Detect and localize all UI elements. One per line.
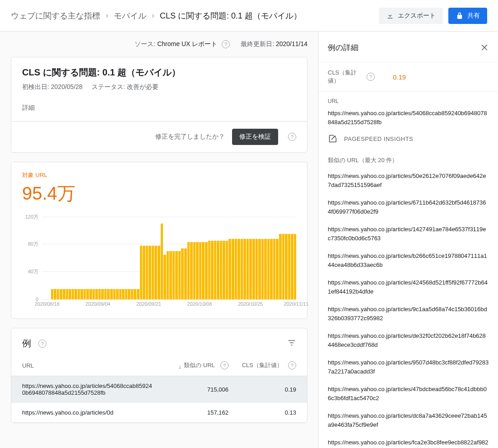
help-icon[interactable]: ? — [222, 40, 230, 48]
chart-bar — [291, 234, 293, 299]
chart-bar — [294, 234, 297, 299]
chart-bar — [247, 239, 249, 299]
similar-url-item[interactable]: https://news.yahoo.co.jp/articles/47bdcb… — [328, 380, 489, 407]
help-icon[interactable]: ? — [288, 361, 296, 369]
chart-bar — [128, 289, 130, 299]
chart-bar — [146, 246, 149, 299]
chart-bar — [57, 289, 60, 299]
sort-down-icon[interactable]: ↓ — [178, 363, 182, 370]
col-cls[interactable]: CLS（集計値） — [242, 361, 283, 369]
y-tick: 40万 — [28, 268, 38, 275]
similar-url-item[interactable]: https://news.yahoo.co.jp/articles/50e261… — [328, 167, 489, 194]
x-tick: 2020/10/08 — [187, 301, 212, 307]
chart-bar — [167, 251, 169, 299]
chart-bar — [161, 224, 163, 299]
chart-bar — [119, 289, 122, 299]
chart-bar — [134, 289, 136, 299]
chart-bar — [89, 289, 92, 299]
top-actions: エクスポート 共有 — [379, 8, 487, 24]
export-label: エクスポート — [398, 12, 436, 20]
chart-bar — [66, 289, 69, 299]
chart-bar — [282, 234, 285, 299]
chart-bar — [223, 241, 225, 299]
help-icon[interactable]: ? — [220, 361, 228, 369]
chart-bar — [279, 234, 282, 299]
y-tick: 120万 — [25, 214, 38, 220]
chart-bar — [217, 241, 219, 299]
similar-url-item[interactable]: https://news.yahoo.co.jp/articles/9c1aa5… — [328, 300, 489, 327]
chart-bar — [72, 289, 74, 299]
breadcrumb-level2[interactable]: モバイル — [114, 10, 146, 21]
chevron-right-icon: › — [152, 11, 154, 20]
export-button[interactable]: エクスポート — [379, 8, 443, 24]
chart-bar — [169, 251, 172, 299]
chart-bar — [196, 242, 199, 299]
chart-bar — [93, 289, 95, 299]
chart-bar — [202, 242, 205, 299]
chart-bar — [205, 242, 208, 299]
chart-bar — [258, 239, 261, 299]
details-link[interactable]: 詳細 — [22, 104, 296, 112]
help-icon[interactable]: ? — [288, 133, 296, 141]
similar-url-item[interactable]: https://news.yahoo.co.jp/articles/142749… — [328, 220, 489, 247]
chart-bar — [237, 239, 240, 299]
pagespeed-link[interactable]: PAGESPEED INSIGHTS — [328, 134, 489, 144]
chart-bar — [261, 239, 264, 299]
share-label: 共有 — [467, 12, 480, 20]
panel-url-label: URL — [328, 98, 489, 104]
chart-bar — [264, 239, 267, 299]
verify-fix-button[interactable]: 修正を検証 — [232, 129, 278, 145]
similar-url-item[interactable]: https://news.yahoo.co.jp/articles/fca2e3… — [328, 434, 489, 448]
chart-bar — [154, 246, 157, 299]
chart-card: 対象 URL 95.4万 120万 80万 40万 0 — [11, 162, 307, 319]
chart-bar — [60, 289, 62, 299]
similar-url-item[interactable]: https://news.yahoo.co.jp/articles/dc8a7a… — [328, 407, 489, 434]
panel-cls-value: 0.19 — [393, 73, 406, 81]
breadcrumb-current: CLS に関する問題: 0.1 超（モバイル） — [160, 10, 302, 21]
chart-bar — [193, 242, 196, 299]
chart-bar — [69, 289, 71, 299]
chart-bar — [63, 289, 65, 299]
chart-bar — [131, 289, 134, 299]
chart-bar — [267, 239, 270, 299]
similar-url-item[interactable]: https://news.yahoo.co.jp/articles/424568… — [328, 274, 489, 300]
table-row[interactable]: https://news.yahoo.co.jp/articles/54068c… — [11, 376, 307, 403]
similar-url-item[interactable]: https://news.yahoo.co.jp/articles/b266c6… — [328, 247, 489, 274]
updated-label: 最終更新日: — [241, 40, 274, 47]
similar-url-item[interactable]: https://news.yahoo.co.jp/articles/9507d4… — [328, 354, 489, 380]
chart-bar — [285, 234, 288, 299]
examples-card: 例 ? URL ↓ 類似の URL ? CLS（集計値） ? https://n… — [11, 328, 307, 423]
issue-card: CLS に関する問題: 0.1 超（モバイル） 初検出日: 2020/05/28… — [11, 57, 307, 153]
col-similar[interactable]: 類似の URL — [184, 361, 215, 369]
row-similar: 715,006 — [161, 386, 228, 393]
share-button[interactable]: 共有 — [448, 8, 487, 24]
chart-bar — [140, 246, 143, 299]
fix-question: 修正を完了しましたか？ — [155, 133, 225, 141]
first-detected-value: 2020/05/28 — [51, 83, 83, 90]
chart-bar — [276, 239, 279, 299]
lock-icon — [456, 12, 464, 20]
chart-bar — [184, 248, 187, 299]
table-row[interactable]: https://news.yahoo.co.jp/articles/0d157,… — [11, 403, 307, 423]
chart-bar — [163, 255, 166, 299]
similar-url-item[interactable]: https://news.yahoo.co.jp/articles/6711b6… — [328, 194, 489, 220]
chart-bar — [116, 289, 119, 299]
chart-bar — [78, 289, 80, 299]
chart-bar — [125, 289, 128, 299]
row-similar: 157,162 — [161, 409, 228, 416]
help-icon[interactable]: ? — [367, 73, 375, 81]
help-icon[interactable]: ? — [38, 340, 47, 348]
chart-bar — [107, 289, 110, 299]
close-icon[interactable] — [480, 42, 489, 53]
breadcrumb: ウェブに関する主な指標 › モバイル › CLS に関する問題: 0.1 超（モ… — [11, 10, 379, 21]
detail-panel: 例の詳細 CLS（集計値） ? 0.19 URL https://news.ya… — [318, 32, 498, 448]
chart-bar — [211, 241, 214, 299]
chart-bar — [84, 289, 86, 299]
download-icon — [386, 12, 394, 20]
similar-url-item[interactable]: https://news.yahoo.co.jp/articles/de32f0… — [328, 327, 489, 354]
examples-heading: 例 — [22, 337, 31, 350]
filter-icon[interactable] — [287, 338, 296, 349]
chart-bar — [232, 239, 234, 299]
x-tick: 2020/11/11 — [284, 301, 308, 307]
breadcrumb-level1[interactable]: ウェブに関する主な指標 — [11, 10, 100, 21]
